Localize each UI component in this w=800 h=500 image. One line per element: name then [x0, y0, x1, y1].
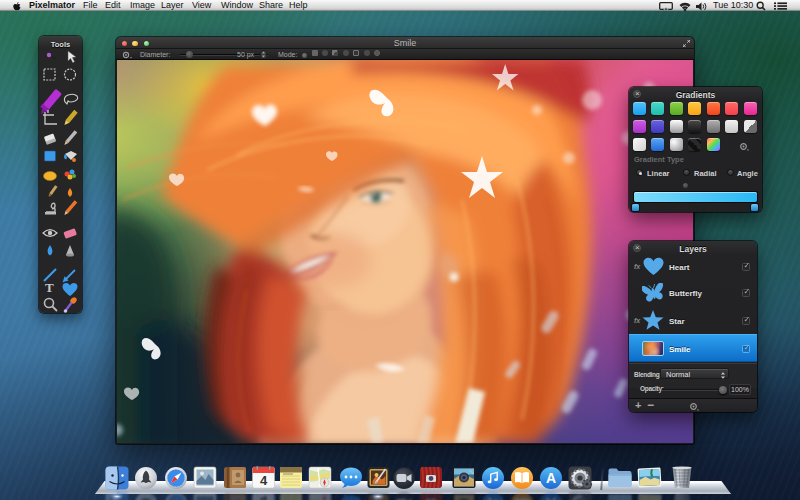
- svg-text:T: T: [45, 280, 54, 295]
- svg-text:A: A: [546, 470, 556, 486]
- svg-text:4: 4: [260, 473, 268, 488]
